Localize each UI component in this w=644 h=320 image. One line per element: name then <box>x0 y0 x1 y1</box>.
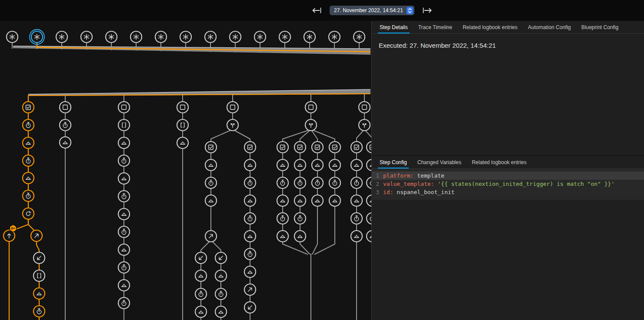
trace-node-asterisk[interactable] <box>30 30 44 44</box>
tab-changed-variables[interactable]: Changed Variables <box>412 156 467 168</box>
trace-node-repeat[interactable] <box>23 208 34 219</box>
trace-node-timer[interactable] <box>244 213 256 224</box>
trace-node-dome[interactable] <box>329 195 340 206</box>
code-line[interactable]: 3id: nspanel_boot_init <box>372 188 644 196</box>
trace-node-dome[interactable] <box>23 172 34 184</box>
trace-node-brackets[interactable] <box>118 119 130 131</box>
trace-node-timer[interactable] <box>244 177 256 188</box>
trace-node-dome[interactable] <box>351 195 362 206</box>
trace-node-timer[interactable] <box>195 288 207 300</box>
trace-node-asterisk[interactable] <box>180 31 191 43</box>
trace-node-timer[interactable] <box>118 262 130 273</box>
trace-node-timer[interactable] <box>294 177 306 188</box>
trace-node-dome[interactable] <box>177 137 188 148</box>
trace-node-split[interactable] <box>305 119 317 131</box>
trace-node-timer[interactable] <box>329 177 340 188</box>
trace-node-asterisk[interactable] <box>304 31 315 43</box>
trace-node-asterisk[interactable] <box>279 31 290 43</box>
trace-node-timer[interactable] <box>215 288 227 300</box>
trace-node-square[interactable] <box>359 102 370 113</box>
trace-node-timer[interactable] <box>367 177 372 188</box>
tab-trace-timeline[interactable]: Trace Timeline <box>413 21 457 33</box>
trace-node-timer[interactable] <box>33 306 45 317</box>
trace-node-asterisk[interactable] <box>106 31 117 43</box>
trace-node-square[interactable] <box>177 102 188 113</box>
trace-node-dome[interactable] <box>244 159 256 171</box>
trace-node-split[interactable] <box>227 119 238 131</box>
trace-node-square[interactable] <box>227 102 238 113</box>
trace-node-timer[interactable] <box>277 213 288 224</box>
trace-node-brackets[interactable] <box>177 119 188 131</box>
trace-node-arrow-ne[interactable] <box>205 231 217 242</box>
trace-node-dome[interactable] <box>277 195 288 206</box>
tab-step-config[interactable]: Step Config <box>374 156 412 168</box>
trace-graph-panel[interactable]: 9+ <box>0 21 372 320</box>
trace-node-timer[interactable] <box>23 119 34 131</box>
trace-node-dome[interactable] <box>244 231 256 242</box>
trace-node-dome[interactable] <box>244 266 256 277</box>
trace-node-asterisk[interactable] <box>81 31 92 43</box>
trace-node-arrow-ne[interactable] <box>31 230 42 241</box>
trace-node-dome[interactable] <box>215 306 227 317</box>
trace-node-dome[interactable] <box>294 195 306 206</box>
trace-node-dome[interactable] <box>118 208 130 220</box>
tab-automation-config[interactable]: Automation Config <box>523 21 576 33</box>
tab-related-logbook-entries[interactable]: Related logbook entries <box>467 156 532 168</box>
trace-node-timer[interactable] <box>351 213 362 224</box>
previous-run-button[interactable] <box>310 5 324 16</box>
trace-node-dome[interactable] <box>277 159 288 171</box>
trace-node-check[interactable] <box>277 142 288 153</box>
trace-node-dome[interactable] <box>60 137 71 148</box>
trace-node-dome[interactable] <box>33 288 45 299</box>
trace-node-dome[interactable] <box>351 231 362 242</box>
trace-node-dome[interactable] <box>118 137 130 148</box>
trace-node-timer[interactable] <box>244 248 256 260</box>
tab-step-details[interactable]: Step Details <box>374 21 413 33</box>
trace-node-dome[interactable] <box>312 195 323 206</box>
tab-blueprint-config[interactable]: Blueprint Config <box>576 21 624 33</box>
trace-node-asterisk[interactable] <box>130 31 142 43</box>
trace-node-square[interactable] <box>60 102 71 113</box>
trace-node-dome[interactable] <box>329 159 340 171</box>
trace-node-arrow-sw[interactable] <box>244 302 256 313</box>
trace-node-check[interactable] <box>329 142 340 153</box>
trace-node-timer[interactable] <box>60 119 71 131</box>
trace-node-dome[interactable] <box>367 159 372 171</box>
trace-node-square[interactable] <box>305 102 317 113</box>
trace-node-dome[interactable] <box>244 195 256 206</box>
trace-node-check[interactable] <box>294 142 306 153</box>
trace-node-dome[interactable] <box>23 137 34 148</box>
trace-node-dome[interactable] <box>367 195 372 206</box>
trace-node-dome[interactable] <box>118 244 130 255</box>
trace-node-asterisk[interactable] <box>56 31 67 43</box>
trace-node-dome[interactable] <box>351 159 362 171</box>
trace-node-dome[interactable] <box>118 173 130 184</box>
trace-node-dome[interactable] <box>215 270 227 281</box>
trace-node-asterisk[interactable] <box>155 31 167 43</box>
trace-node-timer[interactable] <box>118 297 130 309</box>
trace-node-arrow-sw[interactable] <box>33 252 45 264</box>
trace-node-dome[interactable] <box>118 280 130 291</box>
trace-node-timer[interactable] <box>367 213 372 224</box>
trace-node-dome[interactable] <box>277 231 288 242</box>
trace-node-timer[interactable] <box>312 177 323 188</box>
trace-node-asterisk[interactable] <box>7 31 18 43</box>
trace-node-timer[interactable] <box>118 155 130 166</box>
trace-node-check[interactable] <box>312 142 323 153</box>
trace-node-timer[interactable] <box>118 191 130 202</box>
trace-node-check[interactable] <box>244 142 256 153</box>
trace-node-dome[interactable] <box>195 306 207 317</box>
trace-node-dome[interactable] <box>195 270 207 281</box>
code-line[interactable]: 2value_template: '{{ states(nextion_init… <box>372 180 644 188</box>
trace-node-asterisk[interactable] <box>354 31 365 43</box>
trace-node-asterisk[interactable] <box>205 31 216 43</box>
tab-related-logbook-entries[interactable]: Related logbook entries <box>457 21 523 33</box>
trace-node-asterisk[interactable] <box>230 31 241 43</box>
trace-node-square[interactable] <box>118 102 130 113</box>
code-line[interactable]: 1platform: template <box>372 172 644 180</box>
trace-node-timer[interactable] <box>118 226 130 238</box>
yaml-editor[interactable]: 1platform: template2value_template: '{{ … <box>372 169 644 200</box>
trace-node-dome[interactable] <box>367 231 372 242</box>
trace-node-check[interactable] <box>351 142 362 153</box>
trace-node-arrow-ne[interactable] <box>244 284 256 295</box>
